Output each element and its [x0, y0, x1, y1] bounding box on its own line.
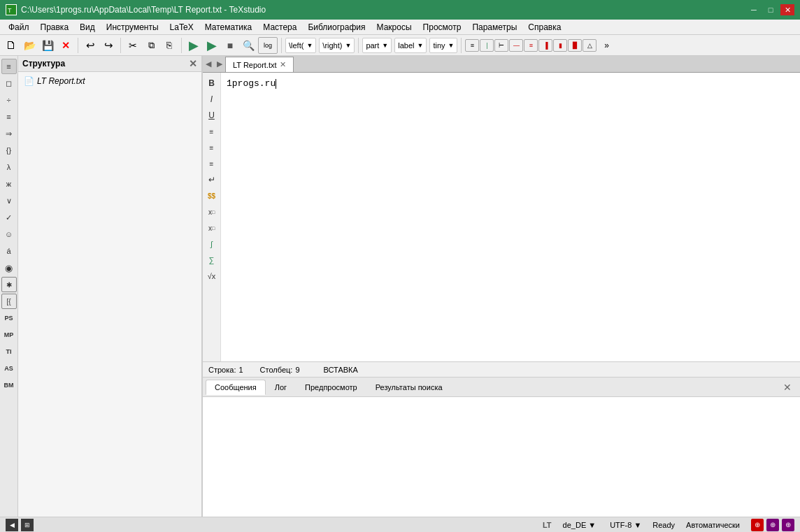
frac-button[interactable]: ∫ — [204, 236, 220, 252]
footer-icon-left1[interactable]: ◀ — [6, 519, 18, 531]
compile-run-button[interactable]: ▶ — [203, 37, 220, 54]
sqrt-button[interactable]: √x — [204, 268, 220, 284]
accent-icon-btn[interactable]: á — [1, 243, 17, 259]
underline-button[interactable]: U — [204, 108, 220, 123]
forall-icon-btn[interactable]: ∨ — [1, 193, 17, 208]
tab-search-results[interactable]: Результаты поиска — [366, 380, 452, 395]
binocular-icon-btn[interactable]: ◉ — [1, 260, 17, 275]
maximize-button[interactable]: □ — [764, 4, 778, 15]
ps-icon-btn[interactable]: PS — [1, 310, 17, 326]
menu-edit[interactable]: Правка — [35, 21, 75, 34]
footer-icon-2[interactable]: ⊕ — [766, 519, 779, 531]
bookmarks-icon-btn[interactable]: ◻ — [1, 76, 17, 91]
log-button[interactable]: log — [258, 37, 278, 54]
size-dropdown[interactable]: tiny▼ — [429, 38, 457, 53]
new-button[interactable]: 🗋 — [3, 37, 20, 54]
open-button[interactable]: 📂 — [21, 37, 38, 54]
math-tb6[interactable]: ▐ — [538, 39, 552, 52]
structure-icon-btn[interactable]: ≡ — [1, 59, 17, 74]
menu-wizards[interactable]: Мастера — [257, 21, 302, 34]
viewpdf-button[interactable]: 🔍 — [240, 37, 257, 54]
redo-button[interactable]: ↪ — [100, 37, 117, 54]
structure-file-item[interactable]: 📄 LT Report.txt — [21, 75, 199, 87]
close-button[interactable]: ✕ — [780, 4, 794, 15]
editor-tab[interactable]: LT Report.txt ✕ — [225, 57, 294, 72]
menu-math[interactable]: Математика — [199, 21, 258, 34]
bottom-content — [203, 397, 800, 517]
stop-button[interactable]: ■ — [222, 37, 238, 54]
menu-settings[interactable]: Параметры — [466, 21, 522, 34]
align-center-button[interactable]: ≡ — [204, 140, 220, 155]
tab-preview[interactable]: Предпросмотр — [296, 380, 366, 395]
bottom-panel-close[interactable]: ✕ — [778, 379, 797, 396]
menu-view[interactable]: Вид — [74, 21, 101, 34]
ti-icon-btn[interactable]: TI — [1, 344, 17, 359]
paste-button[interactable]: ⎘ — [161, 37, 178, 54]
subscript-button[interactable]: x□ — [204, 220, 220, 236]
bracket-icon-btn[interactable]: [{ — [1, 294, 17, 309]
math-tb9[interactable]: △ — [583, 39, 597, 52]
menu-macros[interactable]: Макросы — [371, 21, 417, 34]
cut-button[interactable]: ✂ — [124, 37, 141, 54]
align-right-button[interactable]: ≡ — [204, 156, 220, 171]
lambda-icon-btn[interactable]: λ — [1, 159, 17, 175]
menu-tools[interactable]: Инструменты — [101, 21, 164, 34]
tab-close-button[interactable]: ✕ — [280, 60, 286, 69]
display-math-button[interactable]: $$ — [204, 188, 220, 203]
prev-tab-arrow[interactable]: ◀ — [203, 59, 214, 69]
enter-button[interactable]: ↵ — [204, 172, 220, 187]
smiley-icon-btn[interactable]: ☺ — [1, 227, 17, 242]
minimize-button[interactable]: ─ — [747, 4, 761, 15]
compile-button[interactable]: ▶ — [185, 37, 202, 54]
math-tb1[interactable]: ≡ — [465, 39, 479, 52]
code-editor[interactable]: 1progs.ru — [221, 73, 800, 361]
math-tb8[interactable]: ▉ — [568, 39, 582, 52]
footer-icon-1[interactable]: ⊕ — [751, 519, 764, 531]
label-dropdown[interactable]: label▼ — [394, 38, 427, 53]
tab-log[interactable]: Лог — [266, 380, 296, 395]
mp-icon-btn[interactable]: MP — [1, 327, 17, 343]
math-tb4[interactable]: — — [509, 39, 523, 52]
footer-icon-left2[interactable]: ⊞ — [21, 519, 34, 531]
copy-button[interactable]: ⧉ — [143, 37, 159, 54]
menu-preview[interactable]: Просмотр — [417, 21, 467, 34]
align-left-button[interactable]: ≡ — [204, 124, 220, 139]
more-toolbar[interactable]: » — [598, 37, 615, 54]
footer-icon-3[interactable]: ⊕ — [782, 519, 794, 531]
bm-icon-btn[interactable]: BM — [1, 378, 17, 393]
arrow-icon-btn[interactable]: ⇒ — [1, 126, 17, 141]
tab-messages[interactable]: Сообщения — [206, 380, 266, 395]
right-delim-dropdown[interactable]: \right)▼ — [319, 38, 355, 53]
undo-button[interactable]: ↩ — [82, 37, 99, 54]
content-area: ≡ ◻ ÷ ≡ ⇒ {} λ ж ∨ ✓ ☺ á ◉ ✱ [{ PS MP TI… — [0, 56, 800, 517]
bold-button[interactable]: B — [204, 76, 220, 91]
symbols-icon-btn[interactable]: ÷ — [1, 92, 17, 108]
next-tab-arrow[interactable]: ▶ — [214, 59, 225, 69]
menu-latex[interactable]: LaTeX — [164, 21, 199, 34]
asterisk-icon-btn[interactable]: ✱ — [1, 277, 17, 292]
superscript-button[interactable]: x□ — [204, 204, 220, 220]
math-tb2[interactable]: | — [480, 39, 494, 52]
math-tb3[interactable]: ⊢ — [494, 39, 508, 52]
braces-icon-btn[interactable]: {} — [1, 143, 17, 158]
menu-file[interactable]: Файл — [3, 21, 35, 34]
italic-button[interactable]: I — [204, 92, 220, 107]
footer-lang[interactable]: de_DE ▼ — [560, 521, 599, 529]
menu-help[interactable]: Справка — [522, 21, 566, 34]
sidebar-close-button[interactable]: ✕ — [189, 58, 197, 69]
section-dropdown[interactable]: part▼ — [362, 38, 392, 53]
menu-bibliography[interactable]: Библиография — [302, 21, 371, 34]
right-panel: ◀ ▶ LT Report.txt ✕ B I U ≡ ≡ ≡ ↵ — [203, 56, 800, 517]
math-tb5[interactable]: ≡ — [524, 39, 538, 52]
list-icon-btn[interactable]: ≡ — [1, 109, 17, 124]
footer-mode[interactable]: Автоматически — [683, 521, 743, 529]
footer-encoding[interactable]: UTF-8 ▼ — [607, 521, 644, 529]
close-doc-button[interactable]: ✕ — [57, 37, 74, 54]
sum-button[interactable]: ∑ — [204, 252, 220, 268]
as-icon-btn[interactable]: AS — [1, 361, 17, 376]
check-icon-btn[interactable]: ✓ — [1, 210, 17, 225]
save-button[interactable]: 💾 — [39, 37, 56, 54]
math-tb7[interactable]: ▮ — [553, 39, 567, 52]
left-delim-dropdown[interactable]: \left(▼ — [285, 38, 316, 53]
zhe-icon-btn[interactable]: ж — [1, 176, 17, 192]
